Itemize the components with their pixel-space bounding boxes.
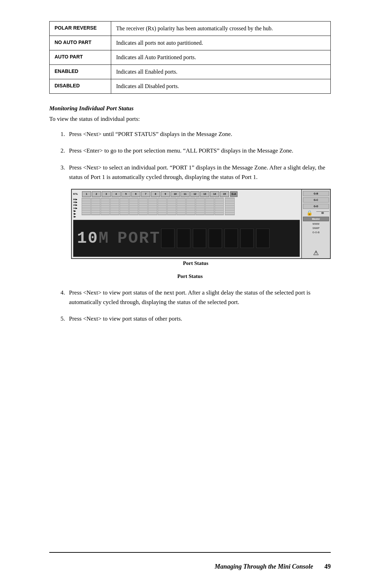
step-text: Press <Next> to view port status of the … [69, 288, 329, 307]
steps-list-after: 4.Press <Next> to view port status of th… [61, 288, 331, 324]
device-image: K%123456789101112131415G-A80▶40▶20▶10▶5▶… [71, 189, 331, 259]
step-number: 2. [61, 146, 69, 155]
footer: Managing Through the Mini Console 49 [49, 563, 331, 570]
footer-page: 49 [324, 563, 331, 570]
list-item: 4.Press <Next> to view port status of th… [61, 288, 331, 307]
step-number: 3. [61, 163, 69, 172]
table-cell-desc: Indicates all ports not auto partitioned… [111, 36, 331, 50]
section-heading: Monitoring Individual Port Status [49, 105, 331, 112]
table-cell-desc: Indicates all Auto Partitioned ports. [111, 50, 331, 65]
list-item: 1.Press <Next> until “PORT STATUS” displ… [61, 129, 331, 139]
steps-list: 1.Press <Next> until “PORT STATUS” displ… [61, 129, 331, 266]
list-item: 3.Press <Next> to select an individual p… [61, 163, 331, 182]
table-row: DISABLEDIndicates all Disabled ports. [50, 79, 331, 94]
figure-caption: Port Status [61, 260, 331, 266]
table-row: ENABLEDIndicates all Enabled ports. [50, 65, 331, 79]
step-text: Press <Next> to view port status of othe… [69, 314, 329, 323]
table-row: AUTO PARTIndicates all Auto Partitioned … [50, 50, 331, 65]
bottom-rule [49, 552, 331, 553]
table-cell-label: DISABLED [50, 79, 111, 94]
section-intro: To view the status of individual ports: [49, 114, 331, 124]
table-cell-label: ENABLED [50, 65, 111, 79]
figure-caption: Port Status [49, 273, 331, 279]
table-row: POLAR REVERSEThe receiver (Rx) polarity … [50, 21, 331, 36]
page-container: POLAR REVERSEThe receiver (Rx) polarity … [0, 0, 380, 588]
step-text: Press <Enter> to go to the port selectio… [69, 146, 329, 155]
step-text: Press <Next> to select an individual por… [69, 163, 329, 182]
table-cell-desc: Indicates all Disabled ports. [111, 79, 331, 94]
step-number: 1. [61, 129, 69, 139]
step-number: 5. [61, 314, 69, 323]
footer-title: Managing Through the Mini Console [215, 563, 313, 570]
table-row: NO AUTO PARTIndicates all ports not auto… [50, 36, 331, 50]
step-text: Press <Next> until “PORT STATUS” display… [69, 129, 329, 139]
list-item: 2.Press <Enter> to go to the port select… [61, 146, 331, 155]
table-cell-label: NO AUTO PART [50, 36, 111, 50]
table-cell-label: AUTO PART [50, 50, 111, 65]
table-cell-label: POLAR REVERSE [50, 21, 111, 36]
step-number: 4. [61, 288, 69, 297]
status-table: POLAR REVERSEThe receiver (Rx) polarity … [49, 21, 331, 94]
list-item: 5.Press <Next> to view port status of ot… [61, 314, 331, 323]
table-cell-desc: The receiver (Rx) polarity has been auto… [111, 21, 331, 36]
table-cell-desc: Indicates all Enabled ports. [111, 65, 331, 79]
